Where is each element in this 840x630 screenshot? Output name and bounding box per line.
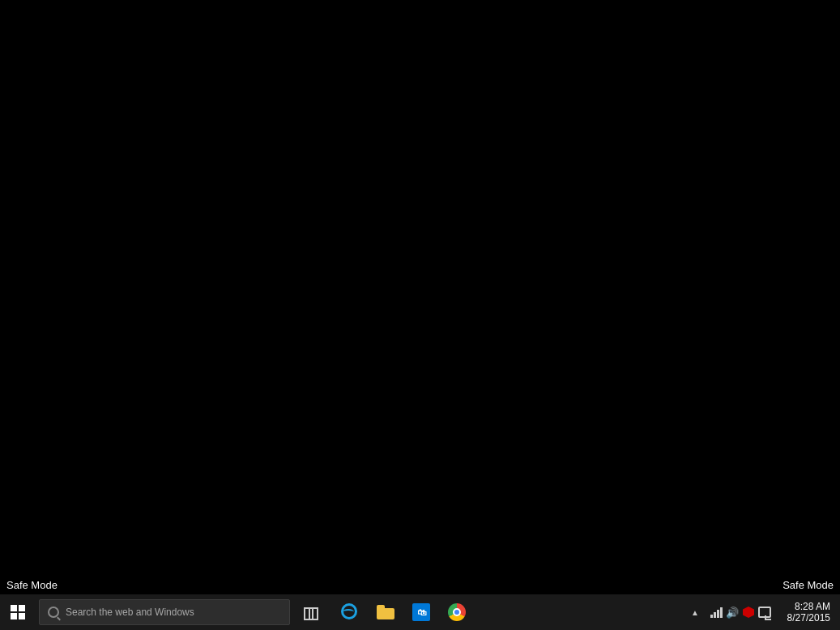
clock-time: 8:28 AM (795, 601, 830, 612)
volume-tray-icon[interactable]: 🔊 (726, 606, 739, 619)
security-tray-icon[interactable] (742, 606, 755, 619)
tray-icon-area: 🔊 (705, 594, 776, 630)
security-shield-icon (743, 607, 754, 618)
system-tray: ▲ 🔊 (685, 594, 840, 630)
store-icon: 🛍 (412, 603, 430, 621)
search-bar[interactable]: Search the web and Windows (39, 599, 290, 625)
search-icon (48, 607, 59, 618)
network-signal-icon (710, 607, 723, 618)
chrome-icon (448, 603, 466, 621)
file-explorer-taskbar-button[interactable] (368, 594, 403, 630)
clock-area[interactable]: 8:28 AM 8/27/2015 (776, 594, 837, 630)
network-tray-icon[interactable] (710, 606, 723, 619)
folder-icon (377, 605, 394, 619)
action-center-icon (758, 607, 771, 618)
search-placeholder-text: Search the web and Windows (66, 607, 194, 618)
edge-taskbar-button[interactable] (332, 594, 368, 630)
chrome-taskbar-button[interactable] (439, 594, 475, 630)
start-button[interactable] (0, 594, 36, 630)
taskbar: Search the web and Windows 🛍 (0, 594, 840, 630)
windows-logo-icon (11, 605, 25, 619)
taskbar-pinned-icons: 🛍 (332, 594, 475, 630)
task-view-button[interactable] (293, 594, 329, 630)
desktop (0, 0, 840, 594)
windows-store-taskbar-button[interactable]: 🛍 (403, 594, 439, 630)
safe-mode-bottom-right: Safe Mode (782, 579, 834, 591)
task-view-icon (304, 607, 318, 618)
clock-date: 8/27/2015 (787, 612, 830, 624)
action-center-button[interactable] (758, 606, 771, 619)
speaker-icon: 🔊 (726, 607, 739, 619)
safe-mode-bottom-left: Safe Mode (6, 579, 58, 591)
show-hidden-icons-button[interactable]: ▲ (685, 594, 705, 630)
edge-icon (341, 603, 359, 621)
